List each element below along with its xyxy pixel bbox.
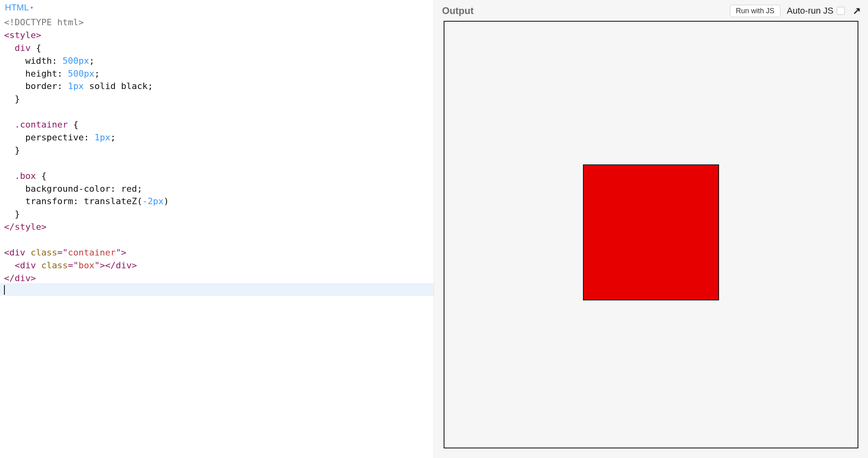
run-with-js-button[interactable]: Run with JS bbox=[730, 5, 780, 17]
popout-icon[interactable]: ↗ bbox=[851, 5, 862, 16]
autorun-checkbox[interactable] bbox=[837, 7, 845, 15]
output-stage bbox=[434, 21, 868, 458]
language-label: HTML bbox=[5, 2, 29, 13]
code-editor[interactable]: <!DOCTYPE html> <style> div { width: 500… bbox=[0, 14, 434, 458]
preview-container bbox=[444, 21, 858, 448]
editor-pane: HTML ▾ <!DOCTYPE html> <style> div { wid… bbox=[0, 0, 434, 458]
language-selector[interactable]: HTML ▾ bbox=[0, 0, 434, 14]
preview-box bbox=[583, 164, 719, 301]
autorun-toggle[interactable]: Auto-run JS bbox=[787, 6, 845, 16]
autorun-label: Auto-run JS bbox=[787, 6, 833, 16]
chevron-down-icon: ▾ bbox=[31, 5, 33, 10]
output-title: Output bbox=[442, 5, 474, 16]
output-header: Output Run with JS Auto-run JS ↗ bbox=[434, 0, 868, 21]
output-pane: Output Run with JS Auto-run JS ↗ bbox=[434, 0, 868, 458]
